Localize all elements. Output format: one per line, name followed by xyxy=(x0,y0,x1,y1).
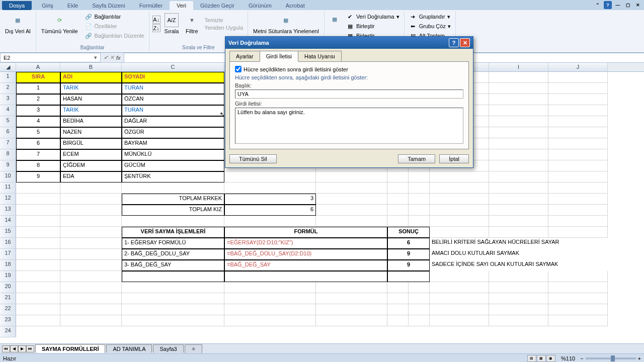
tab-data[interactable]: Veri xyxy=(170,1,193,10)
sheet-nav-last[interactable]: ⏭ xyxy=(26,345,34,352)
cell[interactable]: 9 xyxy=(387,260,430,271)
edit-links-button[interactable]: 🔗Bağlantıları Düzenle xyxy=(83,31,146,40)
cell[interactable]: NAZEN xyxy=(60,127,122,138)
cell[interactable] xyxy=(16,304,60,315)
cell[interactable] xyxy=(16,216,60,227)
cell[interactable] xyxy=(430,315,489,326)
cell[interactable] xyxy=(489,116,548,127)
tab-review[interactable]: Gözden Geçir xyxy=(193,1,242,10)
show-input-message-checkbox[interactable] xyxy=(235,66,242,72)
row-header[interactable]: 11 xyxy=(0,183,16,194)
sort-desc-icon[interactable]: Z↓ xyxy=(152,24,160,32)
cell[interactable]: 1- EĞERSAY FORMÜLÜ xyxy=(122,238,224,249)
ungroup-button[interactable]: ⬅Grubu Çöz ▾ xyxy=(408,22,452,31)
cell[interactable] xyxy=(489,149,548,160)
cell[interactable] xyxy=(548,83,608,94)
dialog-close-icon[interactable]: ✕ xyxy=(460,38,470,47)
cell[interactable]: 3 xyxy=(16,105,60,116)
cell[interactable] xyxy=(60,216,122,227)
cell[interactable] xyxy=(224,271,387,282)
cancel-button[interactable]: İptal xyxy=(439,154,469,163)
cell[interactable]: ÖZGÜR xyxy=(122,127,224,138)
cell[interactable] xyxy=(60,315,122,326)
cell[interactable] xyxy=(489,271,548,282)
sheet-tab-3[interactable]: Sayfa3 xyxy=(153,344,183,353)
cell[interactable] xyxy=(489,293,548,304)
cell[interactable] xyxy=(548,205,608,216)
row-header[interactable]: 5 xyxy=(0,116,16,127)
sheet-nav-next[interactable]: ▶ xyxy=(18,345,26,352)
cell[interactable] xyxy=(430,227,489,238)
cell[interactable] xyxy=(387,171,409,183)
cell[interactable] xyxy=(16,315,60,326)
tab-layout[interactable]: Sayfa Düzeni xyxy=(85,1,132,10)
cell[interactable] xyxy=(16,227,60,238)
cell[interactable] xyxy=(316,194,387,205)
cell[interactable] xyxy=(316,171,387,183)
dialog-help-icon[interactable]: ? xyxy=(449,38,459,47)
consolidate-button[interactable]: ▦Birleştir xyxy=(345,22,376,31)
cell[interactable] xyxy=(60,238,122,249)
cell[interactable] xyxy=(409,315,430,326)
cell[interactable]: EDA xyxy=(60,171,122,183)
sort-button[interactable]: A/ZSırala xyxy=(163,12,181,35)
cell[interactable] xyxy=(60,249,122,260)
row-header[interactable]: 1 xyxy=(0,72,16,83)
cell[interactable]: SOYADI xyxy=(122,72,224,83)
cell[interactable] xyxy=(548,282,608,293)
row-header[interactable]: 6 xyxy=(0,127,16,138)
cell[interactable]: BEDİHA xyxy=(60,116,122,127)
cell[interactable] xyxy=(16,194,60,205)
row-header[interactable]: 22 xyxy=(0,304,16,315)
cell[interactable] xyxy=(489,315,548,326)
cell[interactable] xyxy=(489,205,548,216)
cell[interactable] xyxy=(387,293,409,304)
row-header[interactable]: 2 xyxy=(0,83,16,94)
cell[interactable]: SONUÇ xyxy=(387,227,430,238)
cell[interactable] xyxy=(489,304,548,315)
minimize-ribbon-icon[interactable]: ⌃ xyxy=(594,1,602,9)
group-button[interactable]: ➜Gruplandır ▾ xyxy=(408,12,452,21)
message-field[interactable] xyxy=(235,108,463,144)
cell[interactable]: AMACI DOLU KUTULARI SAYMAK xyxy=(430,249,631,260)
cell[interactable] xyxy=(60,227,122,238)
cell[interactable]: 6 xyxy=(224,205,316,216)
cell[interactable] xyxy=(548,216,608,227)
cell[interactable] xyxy=(122,183,224,194)
cell[interactable] xyxy=(409,171,430,183)
cell[interactable] xyxy=(548,127,608,138)
zoom-in-button[interactable]: + xyxy=(638,355,641,361)
row-header[interactable]: 24 xyxy=(0,326,16,337)
minimize-icon[interactable]: — xyxy=(614,1,622,9)
row-header[interactable]: 14 xyxy=(0,216,16,227)
data-tools-icon[interactable] xyxy=(328,12,342,26)
cell[interactable]: TOPLAM ERKEK xyxy=(122,194,224,205)
row-header[interactable]: 8 xyxy=(0,149,16,160)
cell[interactable]: ÖZCAN xyxy=(122,94,224,105)
cell[interactable]: GÜCÜM xyxy=(122,160,224,171)
cell[interactable] xyxy=(387,205,409,216)
cell[interactable] xyxy=(548,72,608,83)
refresh-all-button[interactable]: ⟳Tümünü Yenile xyxy=(39,12,80,35)
cell[interactable] xyxy=(489,127,548,138)
file-tab[interactable]: Dosya xyxy=(2,1,32,10)
cell[interactable]: =BAĞ_DEĞ_DOLU_SAY(D2:D10) xyxy=(224,249,387,260)
cell[interactable]: DAĞLAR xyxy=(122,116,224,127)
tab-view[interactable]: Görünüm xyxy=(242,1,279,10)
cell[interactable]: SADECE İÇİNDE SAYI OLAN KUTULARI SAYMAK xyxy=(430,260,631,271)
cell[interactable] xyxy=(387,183,409,194)
cell[interactable] xyxy=(548,116,608,127)
cell[interactable] xyxy=(489,94,548,105)
cell[interactable] xyxy=(316,282,387,293)
cell[interactable] xyxy=(387,194,409,205)
cell[interactable] xyxy=(122,293,224,304)
cell[interactable]: 6 xyxy=(16,138,60,149)
cell[interactable] xyxy=(224,183,316,194)
cell[interactable] xyxy=(489,282,548,293)
cell[interactable] xyxy=(430,282,489,293)
cell[interactable]: 4 xyxy=(16,116,60,127)
cell[interactable] xyxy=(224,282,316,293)
cell[interactable]: 7 xyxy=(16,149,60,160)
cell[interactable] xyxy=(60,183,122,194)
cell[interactable] xyxy=(409,205,430,216)
